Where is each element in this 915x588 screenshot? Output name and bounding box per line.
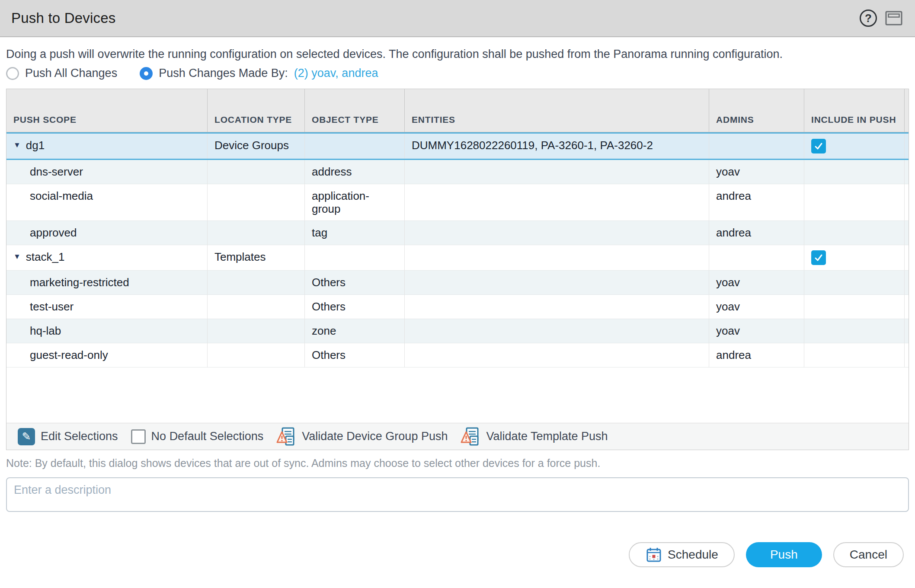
cell-location-type [207, 343, 304, 367]
col-header-spacer [904, 89, 915, 132]
cell-spacer [904, 343, 915, 367]
calendar-icon [645, 546, 662, 563]
cell-push-scope: test-user [6, 295, 207, 319]
cell-location-type [207, 319, 304, 343]
expander-icon[interactable]: ▼ [13, 139, 21, 152]
table-empty-area [6, 368, 909, 423]
cell-spacer [904, 184, 915, 220]
cell-object-type: application-group [304, 184, 404, 220]
intro-text: Doing a push will overwrite the running … [6, 47, 909, 61]
col-header-location-type: LOCATION TYPE [207, 89, 304, 132]
cell-push-scope: ▼stack_1 [6, 245, 207, 270]
cell-spacer [904, 319, 915, 343]
cell-admins: yoav [709, 271, 804, 294]
validate-icon [461, 427, 480, 447]
cell-admins: yoav [709, 319, 804, 343]
cell-spacer [904, 295, 915, 319]
cell-push-scope: dns-server [6, 160, 207, 184]
row-name: social-media [13, 189, 93, 202]
push-by-radio[interactable]: Push Changes Made By: (2) yoav, andrea [140, 67, 378, 80]
cell-object-type: Others [304, 343, 404, 367]
push-mode-options: Push All Changes Push Changes Made By: (… [6, 67, 909, 80]
edit-selections-button[interactable]: ✎ Edit Selections [18, 428, 118, 445]
cell-spacer [904, 271, 915, 294]
table-row[interactable]: guest-read-onlyOthersandrea [6, 343, 909, 368]
window-icon[interactable] [885, 10, 903, 26]
validate-device-group-push-label: Validate Device Group Push [302, 430, 448, 443]
cell-push-scope: approved [6, 221, 207, 245]
radio-icon[interactable] [140, 67, 153, 80]
cell-push-scope: marketing-restricted [6, 271, 207, 294]
help-icon[interactable]: ? [860, 10, 877, 27]
cell-admins: andrea [709, 184, 804, 220]
cell-spacer [904, 160, 915, 184]
no-default-selections-label: No Default Selections [151, 430, 264, 443]
table-row[interactable]: marketing-restrictedOthersyoav [6, 271, 909, 295]
cell-include-in-push [804, 343, 904, 367]
cell-location-type [207, 271, 304, 294]
col-header-entities: ENTITIES [404, 89, 709, 132]
edit-selections-label: Edit Selections [41, 430, 118, 443]
cell-location-type: Device Groups [207, 134, 304, 159]
col-header-object-type: OBJECT TYPE [304, 89, 404, 132]
row-name: dns-server [13, 165, 83, 178]
cell-include-in-push [804, 295, 904, 319]
cell-push-scope: guest-read-only [6, 343, 207, 367]
checkbox-unchecked-icon[interactable] [131, 429, 146, 444]
note-text: Note: By default, this dialog shows devi… [0, 457, 915, 470]
cell-entities [404, 295, 709, 319]
row-name: marketing-restricted [13, 276, 129, 289]
expander-icon[interactable]: ▼ [13, 250, 21, 263]
cell-object-type: tag [304, 221, 404, 245]
validate-template-push-label: Validate Template Push [486, 430, 608, 443]
col-header-include-in-push: INCLUDE IN PUSH [804, 89, 904, 132]
cell-entities [404, 319, 709, 343]
push-by-label: Push Changes Made By: [159, 67, 288, 80]
cell-entities [404, 271, 709, 294]
schedule-button[interactable]: Schedule [629, 542, 735, 567]
pencil-icon: ✎ [18, 428, 35, 445]
cell-admins [709, 134, 804, 159]
row-name: test-user [13, 300, 74, 313]
row-name: approved [13, 226, 77, 239]
no-default-selections-checkbox[interactable]: No Default Selections [131, 429, 264, 444]
dialog-title: Push to Devices [11, 10, 115, 26]
table-row[interactable]: hq-labzoneyoav [6, 319, 909, 343]
include-in-push-checkbox[interactable] [811, 139, 826, 153]
cell-admins: andrea [709, 343, 804, 367]
table-row[interactable]: ▼dg1Device GroupsDUMMY1628022260119, PA-… [6, 132, 909, 160]
cell-location-type [207, 295, 304, 319]
table-row[interactable]: test-userOthersyoav [6, 295, 909, 319]
table-row[interactable]: dns-serveraddressyoav [6, 160, 909, 184]
row-name: stack_1 [26, 250, 65, 263]
col-header-admins: ADMINS [709, 89, 804, 132]
table-row[interactable]: social-mediaapplication-groupandrea [6, 184, 909, 221]
dialog-actions: Schedule Push Cancel [0, 542, 915, 567]
radio-icon[interactable] [6, 67, 19, 80]
validate-template-push-button[interactable]: Validate Template Push [461, 427, 608, 447]
cell-entities [404, 221, 709, 245]
push-all-radio[interactable]: Push All Changes [6, 67, 117, 80]
cell-object-type: zone [304, 319, 404, 343]
cell-object-type: Others [304, 271, 404, 294]
push-by-admins-link[interactable]: (2) yoav, andrea [294, 67, 378, 80]
include-in-push-checkbox[interactable] [811, 250, 826, 265]
cell-spacer [904, 245, 915, 270]
cell-location-type [207, 160, 304, 184]
description-input[interactable] [6, 477, 909, 512]
row-name: guest-read-only [13, 348, 108, 361]
table-row[interactable]: approvedtagandrea [6, 221, 909, 245]
cell-push-scope: ▼dg1 [6, 134, 207, 159]
cell-push-scope: hq-lab [6, 319, 207, 343]
validate-device-group-push-button[interactable]: Validate Device Group Push [276, 427, 448, 447]
push-button[interactable]: Push [746, 542, 822, 567]
cell-spacer [904, 221, 915, 245]
cell-admins: yoav [709, 295, 804, 319]
validate-icon [276, 427, 296, 447]
row-name: dg1 [26, 139, 45, 152]
cell-include-in-push [804, 160, 904, 184]
schedule-label: Schedule [668, 548, 718, 562]
cell-object-type: Others [304, 295, 404, 319]
cancel-button[interactable]: Cancel [833, 542, 904, 567]
table-row[interactable]: ▼stack_1Templates [6, 245, 909, 271]
